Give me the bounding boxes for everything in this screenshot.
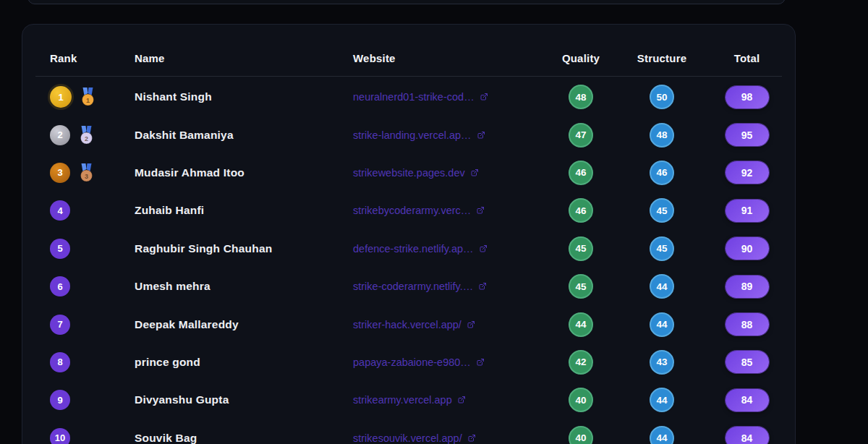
svg-text:2: 2	[85, 135, 88, 142]
website-link[interactable]: strikearmy.vercel.app	[353, 394, 466, 406]
structure-cell: 45	[613, 198, 710, 223]
quality-score-badge: 47	[569, 123, 593, 148]
rank-cell: 33	[35, 163, 135, 183]
website-link[interactable]: strike-coderarmy.netlify.…	[353, 281, 487, 292]
structure-score-badge: 44	[650, 388, 674, 412]
table-row: 6Umesh mehrastrike-coderarmy.netlify.…45…	[35, 268, 782, 305]
rank-badge: 2	[50, 125, 70, 145]
quality-score-badge: 42	[569, 350, 593, 375]
external-link-icon	[467, 320, 475, 329]
website-cell: strikebycoderarmy.verc…	[353, 205, 548, 216]
structure-score-badge: 50	[650, 85, 674, 109]
total-score-badge: 95	[726, 124, 769, 146]
structure-cell: 44	[613, 312, 710, 337]
website-link-text: strikewebsite.pages.dev	[353, 167, 465, 179]
external-link-icon	[480, 93, 488, 101]
structure-score-badge: 44	[650, 312, 674, 337]
table-row: 33Mudasir Ahmad Itoostrikewebsite.pages.…	[35, 154, 782, 192]
website-link[interactable]: defence-strike.netlify.ap…	[353, 243, 488, 255]
external-link-icon	[467, 434, 476, 443]
total-score-badge: 84	[726, 389, 769, 411]
rank-badge: 7	[50, 315, 70, 335]
structure-score-badge: 43	[650, 350, 674, 375]
table-row: 22Dakshit Bamaniyastrike-landing.vercel.…	[35, 116, 782, 153]
website-cell: strikesouvik.vercel.app/	[353, 432, 548, 444]
table-row: 7Deepak Mallareddystriker-hack.vercel.ap…	[35, 305, 782, 343]
external-link-icon	[476, 358, 485, 367]
structure-score-badge: 46	[650, 161, 674, 185]
website-link[interactable]: neuralnerd01-strike-cod…	[353, 91, 488, 103]
participant-name: Umesh mehra	[135, 280, 353, 293]
website-cell: defence-strike.netlify.ap…	[353, 243, 548, 255]
total-score-badge: 98	[726, 86, 769, 108]
website-link-text: strikebycoderarmy.verc…	[353, 205, 471, 216]
svg-text:1: 1	[86, 97, 90, 104]
table-row: 4Zuhaib Hanfistrikebycoderarmy.verc…4645…	[35, 192, 782, 229]
participant-name: Zuhaib Hanfi	[135, 204, 353, 217]
structure-cell: 50	[613, 85, 710, 109]
quality-score-badge: 40	[569, 426, 593, 444]
structure-score-badge: 44	[650, 274, 674, 299]
total-cell: 89	[710, 276, 783, 298]
website-link-text: strikearmy.vercel.app	[353, 394, 452, 406]
website-link[interactable]: strikewebsite.pages.dev	[353, 167, 479, 179]
total-cell: 85	[710, 351, 783, 373]
rank-badge: 9	[50, 390, 70, 410]
participant-name: Dakshit Bamaniya	[135, 129, 353, 142]
rank-cell: 10	[35, 428, 135, 444]
column-header-total: Total	[710, 52, 783, 64]
rank-cell: 9	[35, 390, 135, 410]
total-cell: 88	[710, 313, 783, 336]
website-link[interactable]: strike-landing.vercel.ap…	[353, 129, 485, 141]
total-score-badge: 85	[726, 351, 769, 373]
rank-cell: 11	[35, 86, 135, 108]
quality-cell: 47	[548, 123, 613, 148]
rank-badge: 1	[50, 86, 72, 108]
quality-cell: 42	[548, 350, 613, 375]
structure-cell: 43	[613, 350, 710, 375]
quality-score-badge: 44	[569, 312, 593, 337]
website-cell: strikearmy.vercel.app	[353, 394, 548, 406]
svg-text:3: 3	[85, 172, 88, 179]
table-row: 8prince gondpapaya-zabaione-e980…424385	[35, 343, 782, 381]
quality-cell: 45	[548, 236, 613, 261]
total-score-badge: 91	[726, 200, 769, 222]
quality-cell: 48	[548, 85, 613, 109]
structure-cell: 44	[613, 388, 710, 412]
website-link-text: papaya-zabaione-e980…	[353, 357, 471, 368]
previous-card-bottom-edge	[27, 0, 786, 4]
leaderboard-table: RankNameWebsiteQualityStructureTotal 11N…	[22, 25, 795, 444]
external-link-icon	[479, 244, 488, 253]
participant-name: Raghubir Singh Chauhan	[135, 242, 353, 255]
total-score-badge: 88	[726, 313, 769, 336]
quality-cell: 46	[548, 198, 613, 223]
total-cell: 91	[710, 200, 783, 222]
website-link[interactable]: papaya-zabaione-e980…	[353, 357, 485, 368]
leaderboard-rows: 11Nishant Singhneuralnerd01-strike-cod…4…	[35, 77, 782, 444]
website-link[interactable]: strikesouvik.vercel.app/	[353, 432, 476, 444]
total-cell: 84	[710, 427, 783, 444]
website-link-text: neuralnerd01-strike-cod…	[353, 91, 475, 103]
website-link[interactable]: strikebycoderarmy.verc…	[353, 205, 485, 216]
rank-badge: 6	[50, 276, 70, 296]
column-header-rank: Rank	[35, 52, 135, 64]
website-link-text: strikesouvik.vercel.app/	[353, 432, 462, 444]
website-link-text: defence-strike.netlify.ap…	[353, 243, 474, 255]
external-link-icon	[477, 131, 485, 140]
leaderboard-card: RankNameWebsiteQualityStructureTotal 11N…	[22, 24, 796, 444]
total-score-badge: 90	[726, 237, 769, 260]
website-link-text: strike-coderarmy.netlify.…	[353, 281, 473, 292]
total-cell: 92	[710, 161, 783, 184]
website-link-text: strike-landing.vercel.ap…	[353, 129, 472, 141]
participant-name: Souvik Bag	[135, 432, 353, 444]
table-row: 9Divyanshu Guptastrikearmy.vercel.app404…	[35, 381, 782, 419]
structure-score-badge: 48	[650, 123, 674, 148]
structure-score-badge: 45	[650, 198, 674, 223]
website-cell: strike-coderarmy.netlify.…	[353, 281, 548, 292]
website-cell: strikewebsite.pages.dev	[353, 167, 548, 179]
rank-badge: 4	[50, 200, 70, 221]
website-link[interactable]: striker-hack.vercel.app/	[353, 319, 475, 330]
total-cell: 84	[710, 389, 783, 411]
rank-cell: 22	[35, 125, 135, 145]
rank-cell: 5	[35, 239, 135, 259]
